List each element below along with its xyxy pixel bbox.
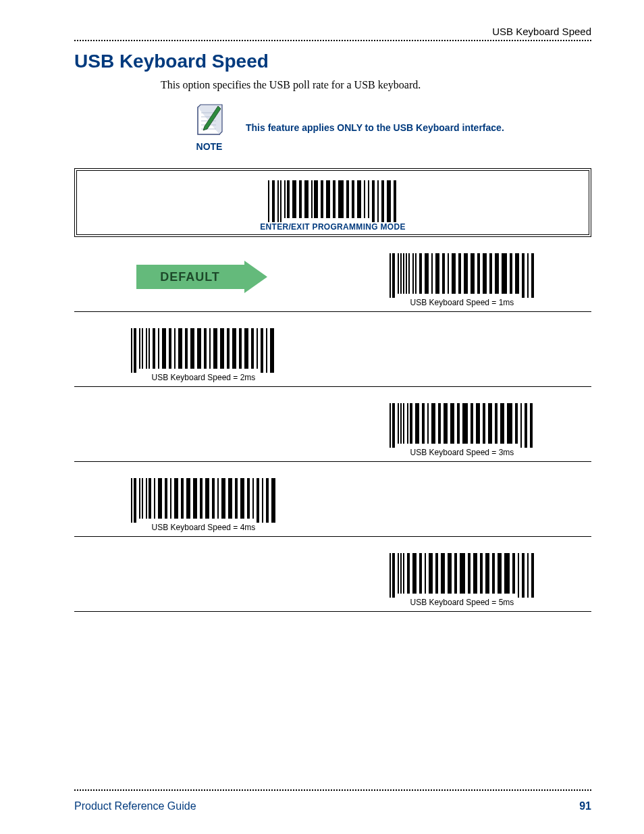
note-text: This feature applies ONLY to the USB Key…	[246, 122, 504, 133]
svg-rect-75	[204, 328, 207, 369]
svg-rect-33	[398, 253, 399, 294]
svg-rect-77	[213, 328, 217, 369]
svg-rect-12	[292, 180, 296, 218]
svg-rect-11	[287, 180, 290, 218]
option-cell: USB Keyboard Speed = 3ms	[333, 387, 591, 461]
svg-rect-27	[377, 180, 379, 222]
svg-rect-87	[270, 328, 274, 373]
svg-rect-85	[261, 328, 263, 373]
svg-rect-111	[515, 403, 518, 444]
default-arrow-icon: DEFAULT	[136, 261, 271, 293]
svg-rect-125	[174, 478, 178, 519]
svg-rect-153	[435, 553, 438, 594]
barcode-label-1ms: USB Keyboard Speed = 1ms	[410, 298, 514, 307]
svg-rect-136	[240, 478, 244, 519]
svg-rect-151	[425, 553, 426, 594]
arrow-head-icon	[244, 261, 267, 293]
header-divider	[74, 40, 591, 41]
svg-rect-97	[427, 403, 429, 444]
option-cell: USB Keyboard Speed = 5ms	[333, 537, 591, 611]
svg-rect-56	[515, 253, 519, 294]
barcode-1ms	[388, 252, 537, 301]
footer-guide-title: Product Reference Guide	[74, 800, 196, 812]
svg-rect-61	[134, 328, 136, 373]
svg-rect-35	[403, 253, 404, 294]
svg-rect-128	[193, 478, 197, 519]
option-cell: USB Keyboard Speed = 4ms	[74, 462, 333, 536]
svg-rect-42	[431, 253, 433, 294]
svg-rect-98	[431, 403, 435, 444]
svg-rect-103	[462, 403, 468, 444]
svg-rect-58	[527, 253, 529, 298]
svg-rect-49	[471, 253, 475, 294]
svg-rect-165	[512, 553, 515, 594]
svg-rect-46	[452, 253, 456, 294]
svg-rect-159	[473, 553, 477, 594]
svg-rect-55	[510, 253, 512, 294]
svg-rect-108	[495, 403, 498, 444]
svg-rect-117	[139, 478, 140, 519]
svg-rect-90	[398, 403, 399, 444]
footer-divider	[74, 789, 591, 791]
option-row: USB Keyboard Speed = 4ms	[74, 462, 591, 537]
svg-rect-120	[149, 478, 151, 519]
barcode-label-4ms: USB Keyboard Speed = 4ms	[152, 523, 256, 532]
svg-rect-43	[435, 253, 439, 294]
svg-rect-34	[400, 253, 402, 294]
svg-rect-40	[419, 253, 422, 294]
svg-rect-57	[522, 253, 525, 298]
svg-rect-118	[142, 478, 143, 519]
svg-rect-110	[507, 403, 512, 444]
option-row: USB Keyboard Speed = 2ms	[74, 312, 591, 387]
svg-rect-105	[476, 403, 480, 444]
svg-rect-72	[185, 328, 188, 369]
svg-rect-146	[400, 553, 402, 594]
svg-rect-52	[489, 253, 492, 294]
svg-rect-36	[406, 253, 407, 294]
svg-rect-32	[392, 253, 395, 298]
page-footer: Product Reference Guide 91	[74, 789, 591, 812]
svg-rect-51	[483, 253, 487, 294]
svg-rect-69	[169, 328, 171, 369]
svg-rect-162	[492, 553, 495, 594]
svg-rect-25	[368, 180, 369, 218]
svg-rect-22	[352, 180, 354, 218]
svg-rect-126	[181, 478, 184, 519]
option-cell: USB Keyboard Speed = 2ms	[74, 312, 333, 386]
svg-rect-94	[410, 403, 412, 444]
svg-rect-47	[458, 253, 461, 294]
svg-rect-134	[228, 478, 232, 519]
svg-rect-38	[412, 253, 414, 294]
svg-rect-60	[131, 328, 132, 373]
svg-rect-124	[170, 478, 171, 519]
svg-rect-169	[531, 553, 534, 598]
note-label: NOTE	[182, 141, 236, 152]
svg-rect-50	[477, 253, 480, 294]
svg-rect-62	[139, 328, 140, 369]
svg-rect-100	[444, 403, 448, 444]
svg-rect-26	[372, 180, 375, 222]
svg-rect-68	[162, 328, 166, 369]
svg-rect-7	[272, 180, 275, 222]
svg-rect-66	[153, 328, 155, 369]
empty-cell	[333, 312, 591, 386]
svg-rect-91	[400, 403, 402, 444]
svg-rect-148	[407, 553, 410, 594]
svg-rect-166	[518, 553, 519, 598]
svg-rect-59	[531, 253, 534, 298]
svg-rect-150	[419, 553, 422, 594]
svg-rect-106	[483, 403, 485, 444]
svg-rect-17	[321, 180, 323, 218]
svg-rect-81	[239, 328, 242, 369]
svg-rect-122	[158, 478, 162, 519]
footer-page-number: 91	[579, 800, 591, 812]
programming-mode-box: ENTER/EXIT PROGRAMMING MODE	[74, 168, 591, 237]
svg-rect-152	[429, 553, 433, 594]
svg-rect-114	[530, 403, 533, 448]
svg-rect-96	[422, 403, 425, 444]
svg-rect-107	[488, 403, 492, 444]
svg-rect-39	[415, 253, 417, 294]
option-cell: USB Keyboard Speed = 1ms	[333, 237, 591, 311]
svg-rect-163	[498, 553, 502, 594]
svg-rect-19	[333, 180, 336, 218]
